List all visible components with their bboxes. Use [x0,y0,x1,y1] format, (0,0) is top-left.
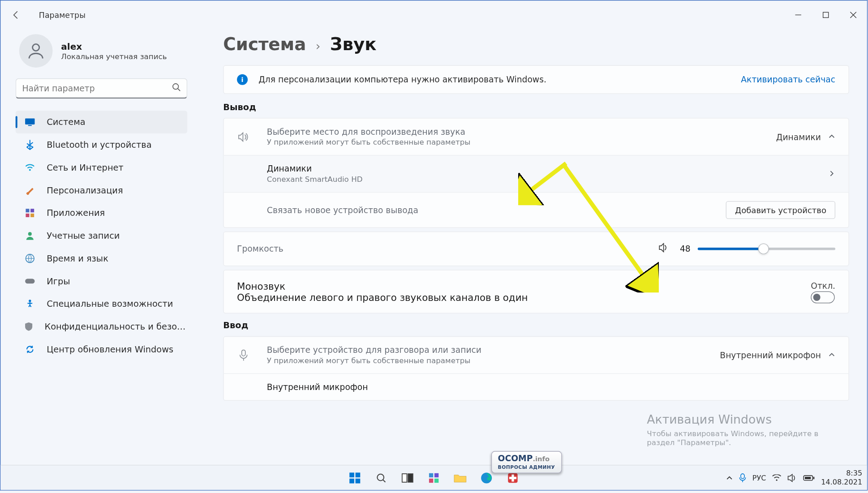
breadcrumb-current: Звук [330,34,377,54]
volume-label: Громкость [237,244,658,253]
main-content: Система › Звук i Для персонализации комп… [198,29,867,465]
maximize-button[interactable] [812,5,839,25]
mono-state-label: Откл. [811,281,835,291]
output-device-driver: Conexant SmartAudio HD [267,175,828,184]
widgets-button[interactable] [422,467,445,489]
tray-mic-icon[interactable] [739,473,746,482]
nav-item-network[interactable]: Сеть и Интернет [16,156,187,179]
arrow-left-icon [11,10,21,20]
volume-row: Громкость 48 [224,232,849,266]
svg-rect-5 [25,119,34,124]
chevron-up-icon [828,132,835,141]
svg-rect-41 [813,476,815,479]
tray-battery-icon[interactable] [803,474,815,481]
output-section-header: Вывод [223,102,849,111]
taskbar-search[interactable] [370,467,393,489]
nav-item-accessibility[interactable]: Специальные возможности [16,292,187,315]
svg-rect-11 [30,214,34,217]
svg-rect-31 [434,473,438,477]
nav-item-bluetooth[interactable]: Bluetooth и устройства [16,133,187,156]
explorer-button[interactable] [449,467,472,489]
svg-rect-6 [28,125,32,126]
nav-item-update[interactable]: Центр обновления Windows [16,338,187,361]
tray-language[interactable]: РУС [752,473,766,482]
taskbar: РУС 8:35 14.08.2021 [0,465,867,490]
banner-text: Для персонализации компьютера нужно акти… [258,75,741,84]
wifi-icon [24,162,36,174]
search-input[interactable] [22,83,172,93]
minimize-button[interactable] [784,5,812,25]
start-button[interactable] [344,467,366,489]
mono-row: Монозвук Объединение левого и правого зв… [224,270,849,313]
nav-item-apps[interactable]: Приложения [16,201,187,224]
add-device-button[interactable]: Добавить устройство [726,201,835,219]
nav-label: Специальные возможности [47,299,173,309]
titlebar: Параметры [0,0,867,29]
nav-label: Сеть и Интернет [47,163,124,172]
svg-rect-1 [823,12,829,17]
output-selected-value: Динамики [776,132,821,141]
watermark-sub: Чтобы активировать Windows, перейдите в … [647,429,844,447]
close-button[interactable] [839,5,867,25]
svg-point-39 [776,479,778,480]
mono-sub: Объединение левого и правого звуковых ка… [237,292,811,303]
breadcrumb: Система › Звук [223,34,849,54]
nav-label: Конфиденциальность и безопасность [44,322,187,331]
tray-chevron-icon[interactable] [726,474,733,481]
nav-item-accounts[interactable]: Учетные записи [16,224,187,247]
volume-icon[interactable] [658,243,669,255]
search-icon [172,82,180,94]
sidebar: alex Локальная учетная запись Система Bl… [0,29,198,465]
svg-rect-28 [402,473,407,482]
info-icon: i [237,74,248,85]
input-select-sub: У приложений могут быть собственные пара… [267,356,720,365]
input-device-internal-mic[interactable]: Внутренний микрофон [224,373,849,400]
globe-icon [24,253,36,265]
svg-point-26 [377,474,384,480]
nav-label: Bluetooth и устройства [47,140,151,150]
tray-volume-icon[interactable] [788,473,797,482]
svg-rect-25 [356,478,361,483]
tray-clock[interactable]: 8:35 14.08.2021 [821,469,862,486]
activate-now-link[interactable]: Активировать сейчас [741,75,835,84]
breadcrumb-parent[interactable]: Система [223,34,306,54]
display-icon [24,116,36,128]
nav-item-gaming[interactable]: Игры [16,270,187,293]
nav-label: Персонализация [47,185,123,195]
input-device-selector[interactable]: Выберите устройство для разговора или за… [224,337,849,373]
mono-toggle[interactable] [811,292,834,304]
nav-item-system[interactable]: Система [16,111,187,133]
pair-output-row: Связать новое устройство вывода Добавить… [224,192,849,227]
nav-item-time-language[interactable]: Время и язык [16,247,187,270]
person-icon [24,230,36,242]
nav-item-privacy[interactable]: Конфиденциальность и безопасность [16,315,187,338]
svg-rect-32 [429,478,433,482]
tray-time: 8:35 [821,469,862,478]
output-device-speakers[interactable]: Динамики Conexant SmartAudio HD [224,155,849,192]
back-button[interactable] [7,5,26,25]
svg-rect-14 [25,279,34,284]
user-block[interactable]: alex Локальная учетная запись [16,29,198,78]
svg-rect-33 [434,478,438,482]
svg-line-4 [178,89,180,91]
nav-item-personalization[interactable]: Персонализация [16,179,187,201]
mono-title: Монозвук [237,280,811,292]
activation-watermark: Активация Windows Чтобы активировать Win… [647,412,844,447]
volume-slider[interactable] [698,248,835,250]
task-view-button[interactable] [396,467,419,489]
search-box[interactable] [16,78,187,99]
chevron-right-icon [828,169,835,178]
input-card: Выберите устройство для разговора или за… [223,336,849,401]
watermark-title: Активация Windows [647,412,844,427]
nav-label: Время и язык [47,253,108,263]
svg-rect-22 [349,472,354,477]
svg-rect-24 [349,478,354,483]
nav-list: Система Bluetooth и устройства Сеть и Ин… [16,111,198,360]
input-select-title: Выберите устройство для разговора или за… [267,345,720,355]
user-subtitle: Локальная учетная запись [61,52,167,61]
accessibility-icon [24,298,36,310]
nav-label: Учетные записи [47,231,120,240]
output-device-selector[interactable]: Выберите место для воспроизведения звука… [224,119,849,155]
avatar [19,34,53,68]
tray-wifi-icon[interactable] [772,474,782,481]
